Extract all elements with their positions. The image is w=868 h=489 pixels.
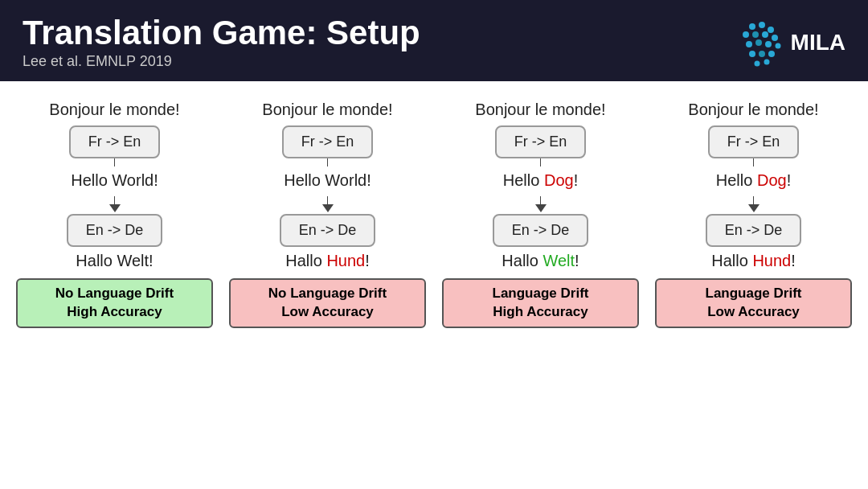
- column-3: Bonjour le monde!Fr -> EnHello Dog!En ->…: [442, 101, 639, 328]
- svg-point-8: [755, 39, 762, 46]
- main-content: Bonjour le monde!Fr -> EnHello World!En …: [0, 81, 868, 341]
- svg-point-12: [759, 51, 765, 57]
- label-line1-4: Language Drift: [660, 285, 847, 303]
- header-subtitle: Lee et al. EMNLP 2019: [23, 53, 420, 70]
- hallo-text-1: Hallo Welt!: [76, 252, 153, 270]
- translator1-box-3: Fr -> En: [495, 125, 587, 158]
- mila-logo-icon: [735, 18, 783, 67]
- svg-point-1: [759, 22, 765, 28]
- bonjour-text-3: Bonjour le monde!: [475, 101, 605, 119]
- svg-point-4: [752, 31, 759, 38]
- hello-text-1: Hello World!: [71, 171, 158, 190]
- header-left: Translation Game: Setup Lee et al. EMNLP…: [23, 14, 420, 70]
- svg-point-2: [768, 27, 774, 33]
- header-logo: MILA: [735, 18, 845, 67]
- label-box-4: Language DriftLow Accuracy: [655, 278, 852, 328]
- svg-point-14: [754, 60, 760, 66]
- label-box-3: Language DriftHigh Accuracy: [442, 278, 639, 328]
- svg-point-10: [775, 43, 780, 48]
- column-2: Bonjour le monde!Fr -> EnHello World!En …: [229, 101, 426, 328]
- translator2-box-4: En -> De: [706, 214, 802, 247]
- translator1-box-4: Fr -> En: [708, 125, 800, 158]
- label-line1-1: No Language Drift: [21, 285, 208, 303]
- label-box-2: No Language DriftLow Accuracy: [229, 278, 426, 328]
- line1-3: [540, 158, 542, 166]
- hello-text-2: Hello World!: [284, 171, 371, 190]
- hallo-text-3: Hallo Welt!: [502, 252, 579, 270]
- line1-2: [327, 158, 329, 166]
- page-title: Translation Game: Setup: [23, 14, 420, 51]
- label-line2-1: High Accuracy: [21, 303, 208, 322]
- label-line1-2: No Language Drift: [234, 285, 421, 303]
- label-box-1: No Language DriftHigh Accuracy: [16, 278, 213, 328]
- bonjour-text-4: Bonjour le monde!: [688, 101, 818, 119]
- line1-4: [753, 158, 755, 166]
- translator2-box-2: En -> De: [280, 214, 376, 247]
- svg-point-11: [749, 51, 755, 57]
- mila-logo-text: MILA: [791, 30, 845, 55]
- arrow-down-3: [535, 196, 547, 212]
- svg-point-15: [764, 59, 769, 64]
- bonjour-text-2: Bonjour le monde!: [262, 101, 392, 119]
- svg-point-13: [768, 51, 775, 57]
- label-line2-4: Low Accuracy: [660, 303, 847, 322]
- svg-point-0: [749, 23, 755, 30]
- label-line1-3: Language Drift: [447, 285, 634, 303]
- header: Translation Game: Setup Lee et al. EMNLP…: [0, 0, 868, 81]
- svg-point-6: [772, 35, 778, 41]
- label-line2-3: High Accuracy: [447, 303, 634, 322]
- arrow-down-2: [322, 196, 334, 212]
- translator1-box-1: Fr -> En: [69, 125, 161, 158]
- bonjour-text-1: Bonjour le monde!: [49, 101, 179, 119]
- hello-text-3: Hello Dog!: [503, 171, 578, 190]
- line1-1: [114, 158, 116, 166]
- hello-text-4: Hello Dog!: [716, 171, 791, 190]
- arrow-down-1: [109, 196, 121, 212]
- translator2-box-1: En -> De: [67, 214, 163, 247]
- label-line2-2: Low Accuracy: [234, 303, 421, 322]
- svg-point-7: [746, 41, 752, 47]
- translator1-box-2: Fr -> En: [282, 125, 374, 158]
- svg-point-5: [762, 31, 768, 38]
- column-1: Bonjour le monde!Fr -> EnHello World!En …: [16, 101, 213, 328]
- svg-point-3: [743, 31, 749, 38]
- hallo-text-2: Hallo Hund!: [285, 252, 370, 270]
- hallo-text-4: Hallo Hund!: [711, 252, 796, 270]
- arrow-down-4: [748, 196, 760, 212]
- translator2-box-3: En -> De: [493, 214, 589, 247]
- column-4: Bonjour le monde!Fr -> EnHello Dog!En ->…: [655, 101, 852, 328]
- svg-point-9: [765, 41, 772, 47]
